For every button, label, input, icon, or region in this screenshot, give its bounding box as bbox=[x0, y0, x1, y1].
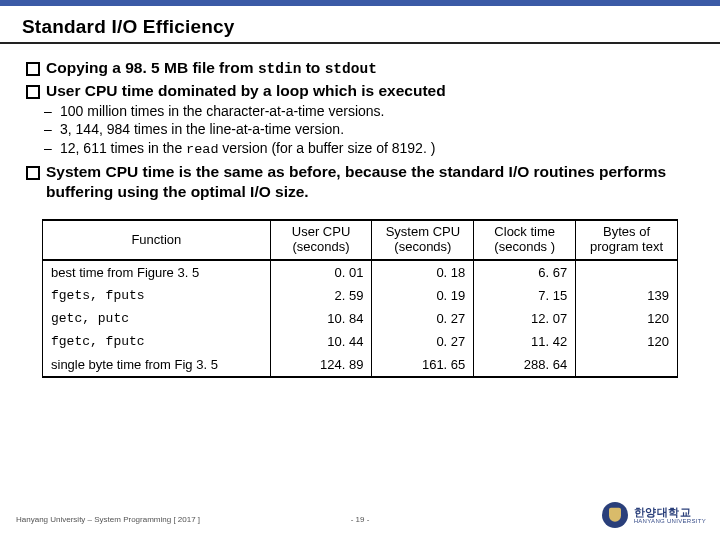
logo-english: HANYANG UNIVERSITY bbox=[634, 518, 706, 524]
logo-text: 한양대학교 HANYANG UNIVERSITY bbox=[634, 507, 706, 524]
cell-scpu: 0. 27 bbox=[372, 330, 474, 353]
page-title: Standard I/O Efficiency bbox=[22, 16, 698, 38]
subbullet-line-at-a-time: 3, 144, 984 times in the line-at-a-time … bbox=[22, 121, 698, 139]
table-row: single byte time from Fig 3. 5124. 89161… bbox=[43, 353, 678, 377]
code-stdout: stdout bbox=[325, 61, 377, 77]
bullet-copying-text-b: to bbox=[301, 59, 324, 76]
subbullet-read-version: 12, 611 times in the read version (for a… bbox=[22, 140, 698, 159]
cell-bytes bbox=[576, 353, 678, 377]
cell-clock: 7. 15 bbox=[474, 284, 576, 307]
cell-bytes: 139 bbox=[576, 284, 678, 307]
table-row: fgetc, fputc10. 440. 2711. 42120 bbox=[43, 330, 678, 353]
subbullet-read-b: version (for a buffer size of 8192. ) bbox=[218, 140, 435, 156]
bullet-copying: Copying a 98. 5 MB file from stdin to st… bbox=[22, 58, 698, 78]
th-clock-time: Clock time (seconds ) bbox=[474, 220, 576, 260]
cell-bytes: 120 bbox=[576, 330, 678, 353]
subbullet-char-at-a-time: 100 million times in the character-at-a-… bbox=[22, 103, 698, 121]
bullet-syscpu: System CPU time is the same as before, b… bbox=[22, 162, 698, 201]
cell-function: getc, putc bbox=[43, 307, 271, 330]
title-bar: Standard I/O Efficiency bbox=[0, 6, 720, 44]
cell-scpu: 0. 27 bbox=[372, 307, 474, 330]
table-wrapper: Function User CPU (seconds) System CPU (… bbox=[42, 219, 678, 378]
subbullet-read-a: 12, 611 times in the bbox=[60, 140, 186, 156]
cell-function: best time from Figure 3. 5 bbox=[43, 260, 271, 284]
table-row: fgets, fputs2. 590. 197. 15139 bbox=[43, 284, 678, 307]
logo-korean: 한양대학교 bbox=[634, 507, 706, 518]
cell-ucpu: 10. 84 bbox=[270, 307, 372, 330]
cell-scpu: 0. 18 bbox=[372, 260, 474, 284]
table-row: best time from Figure 3. 50. 010. 186. 6… bbox=[43, 260, 678, 284]
bullet-list-level1: Copying a 98. 5 MB file from stdin to st… bbox=[22, 58, 698, 101]
cell-scpu: 0. 19 bbox=[372, 284, 474, 307]
cell-clock: 288. 64 bbox=[474, 353, 576, 377]
cell-function: fgets, fputs bbox=[43, 284, 271, 307]
table-header-row: Function User CPU (seconds) System CPU (… bbox=[43, 220, 678, 260]
cell-clock: 12. 07 bbox=[474, 307, 576, 330]
table-body: best time from Figure 3. 50. 010. 186. 6… bbox=[43, 260, 678, 377]
cell-ucpu: 10. 44 bbox=[270, 330, 372, 353]
cell-ucpu: 2. 59 bbox=[270, 284, 372, 307]
cell-clock: 6. 67 bbox=[474, 260, 576, 284]
bullet-copying-text-a: Copying a 98. 5 MB file from bbox=[46, 59, 258, 76]
cell-clock: 11. 42 bbox=[474, 330, 576, 353]
th-system-cpu: System CPU (seconds) bbox=[372, 220, 474, 260]
cell-function: single byte time from Fig 3. 5 bbox=[43, 353, 271, 377]
th-bytes: Bytes of program text bbox=[576, 220, 678, 260]
cell-bytes: 120 bbox=[576, 307, 678, 330]
cell-ucpu: 0. 01 bbox=[270, 260, 372, 284]
cell-scpu: 161. 65 bbox=[372, 353, 474, 377]
bullet-list-level2: 100 million times in the character-at-a-… bbox=[22, 103, 698, 159]
cell-bytes bbox=[576, 260, 678, 284]
logo-badge-icon bbox=[602, 502, 628, 528]
bullet-list-level1-cont: System CPU time is the same as before, b… bbox=[22, 162, 698, 201]
code-read: read bbox=[186, 142, 218, 157]
footer: Hanyang University – System Programming … bbox=[0, 502, 720, 530]
university-logo: 한양대학교 HANYANG UNIVERSITY bbox=[602, 502, 706, 528]
code-stdin: stdin bbox=[258, 61, 302, 77]
th-function: Function bbox=[43, 220, 271, 260]
slide-content: Copying a 98. 5 MB file from stdin to st… bbox=[0, 44, 720, 378]
bullet-usercpu-heading: User CPU time dominated by a loop which … bbox=[22, 81, 698, 100]
perf-table: Function User CPU (seconds) System CPU (… bbox=[42, 219, 678, 378]
th-user-cpu: User CPU (seconds) bbox=[270, 220, 372, 260]
cell-ucpu: 124. 89 bbox=[270, 353, 372, 377]
table-row: getc, putc10. 840. 2712. 07120 bbox=[43, 307, 678, 330]
cell-function: fgetc, fputc bbox=[43, 330, 271, 353]
